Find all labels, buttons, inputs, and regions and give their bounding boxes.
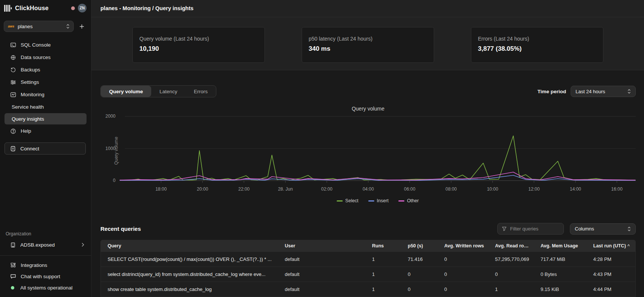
cell: 1 [365, 286, 401, 292]
filter-placeholder: Filter queries [510, 226, 538, 232]
cell: 0 [401, 286, 437, 292]
cell: 1 [365, 271, 401, 277]
legend-item-other[interactable]: Other [398, 198, 419, 203]
sidebar-item-chat-support[interactable]: Chat with support [5, 271, 87, 282]
stat-value: 3,877 (38.05%) [478, 45, 596, 53]
add-service-button[interactable] [77, 21, 87, 31]
sidebar-item-data-sources[interactable]: Data sources [5, 52, 87, 63]
table-row[interactable]: select distrinct(query_id) from system.d… [101, 267, 635, 282]
columns-label: Columns [575, 226, 624, 232]
service-selector[interactable]: aws planes [4, 21, 74, 32]
cell: 0 [488, 271, 534, 277]
legend-swatch [398, 200, 404, 202]
system-status-item[interactable]: All systems operational [5, 282, 87, 293]
table-header-row: QueryUserRunsp50 (s)Avg. Written rowsAvg… [101, 240, 635, 252]
content: Query volume Latency Errors Time period … [91, 70, 644, 297]
sidebar: ClickHouse ZN aws planes [0, 0, 91, 297]
column-header-query[interactable]: Query [101, 243, 278, 249]
sidebar-item-label: Service health [12, 104, 44, 110]
sidebar-item-help[interactable]: Help [5, 125, 87, 137]
avatar[interactable]: ZN [78, 4, 87, 12]
sidebar-item-label: SQL Console [21, 42, 51, 48]
chart-title: Query volume [100, 106, 636, 112]
time-period-label: Time period [538, 89, 566, 94]
connect-icon [10, 146, 16, 152]
legend-swatch [368, 200, 374, 202]
column-header-p50-s[interactable]: p50 (s) [401, 243, 437, 249]
sidebar-item-label: Chat with support [21, 274, 60, 279]
cell: 4:43 PM [586, 271, 635, 277]
chart-svg [120, 116, 636, 183]
y-axis-tick: 1000 [105, 146, 115, 151]
legend-swatch [337, 200, 343, 202]
restore-icon [10, 67, 16, 73]
cell: 4:44 PM [586, 286, 635, 292]
time-period-value: Last 24 hours [576, 89, 624, 94]
connect-button[interactable]: Connect [5, 142, 86, 155]
column-header-avg-read-rows[interactable]: Avg. Read rows [488, 243, 534, 249]
main-area: planes - Monitoring / Query insights Que… [91, 0, 644, 297]
sidebar-divider [0, 255, 91, 256]
legend-label: Insert [377, 198, 389, 203]
tab-errors[interactable]: Errors [185, 86, 216, 97]
organization-item[interactable]: ADSB.exposed [5, 239, 87, 251]
recent-queries-table: QueryUserRunsp50 (s)Avg. Written rowsAvg… [100, 240, 636, 297]
x-axis-label: 02:00 [321, 186, 333, 192]
table-row[interactable]: show create table system.distributed_cac… [101, 282, 635, 297]
tab-query-volume[interactable]: Query volume [101, 86, 151, 97]
sidebar-item-label: Backups [21, 67, 40, 73]
chart-plot-area[interactable]: Query volume 2000 1000 0 [120, 116, 636, 183]
cell: SELECT CAST(round(pow(count() / max(coun… [101, 256, 278, 262]
x-axis-label: 08:00 [445, 186, 457, 192]
cell: 0 [401, 271, 437, 277]
x-axis-label: 28. Jun [278, 186, 293, 192]
filter-queries-input[interactable]: Filter queries [497, 223, 564, 235]
sidebar-item-query-insights[interactable]: Query insights [5, 113, 87, 124]
x-axis-label: 20:00 [197, 186, 208, 192]
sidebar-item-monitoring[interactable]: Monitoring [5, 89, 87, 100]
table-row[interactable]: SELECT CAST(round(pow(count() / max(coun… [101, 252, 635, 267]
cell: 9.15 KiB [534, 286, 586, 292]
column-header-last-run-utc[interactable]: Last run (UTC)^ [586, 243, 635, 249]
brand-row: ClickHouse ZN [0, 0, 91, 15]
stat-value: 340 ms [309, 45, 427, 53]
y-axis-tick: 2000 [105, 114, 115, 119]
stat-label: p50 latency (Last 24 hours) [309, 36, 427, 42]
series-line-select [120, 136, 635, 180]
sidebar-item-settings[interactable]: Settings [5, 76, 87, 88]
cell: 4:28 PM [586, 256, 635, 262]
building-icon [10, 242, 16, 248]
stat-card-p50-latency: p50 latency (Last 24 hours) 340 ms [302, 27, 434, 63]
stat-label: Errors (Last 24 hours) [478, 36, 596, 42]
sidebar-item-label: Query insights [12, 116, 44, 122]
recent-queries-title: Recent queries [100, 226, 141, 232]
sidebar-item-label: Help [21, 128, 31, 134]
legend-item-insert[interactable]: Insert [368, 198, 389, 203]
column-header-user[interactable]: User [278, 243, 365, 249]
columns-select[interactable]: Columns [570, 223, 636, 235]
sidebar-item-sql-console[interactable]: SQL Console [5, 39, 87, 51]
column-header-runs[interactable]: Runs [365, 243, 401, 249]
column-header-avg-written-rows[interactable]: Avg. Written rows [437, 243, 488, 249]
column-header-avg-mem-usage[interactable]: Avg. Mem Usage [534, 243, 586, 249]
tab-latency[interactable]: Latency [151, 86, 185, 97]
legend-item-select[interactable]: Select [337, 198, 358, 203]
sidebar-item-service-health[interactable]: Service health [5, 101, 87, 112]
cell: 0 [437, 286, 488, 292]
sidebar-item-label: Data sources [21, 55, 51, 60]
monitoring-chart-icon [10, 92, 16, 98]
y-axis-tick: 0 [113, 178, 115, 183]
stat-card-errors: Errors (Last 24 hours) 3,877 (38.05%) [471, 27, 603, 63]
chevron-right-icon [81, 242, 84, 247]
clickhouse-logo-icon [4, 5, 12, 12]
chart-legend: SelectInsertOther [120, 198, 636, 203]
sidebar-item-backups[interactable]: Backups [5, 64, 87, 76]
time-period-select[interactable]: Last 24 hours [571, 86, 636, 97]
sliders-icon [10, 79, 16, 85]
x-axis-label: 16:00 [611, 186, 623, 192]
chevron-up-down-icon [66, 24, 70, 29]
sidebar-item-integrations[interactable]: Integrations [5, 259, 87, 271]
aws-icon: aws [8, 25, 14, 28]
cell: 71.416 [401, 256, 437, 262]
cell: 1 [365, 256, 401, 262]
